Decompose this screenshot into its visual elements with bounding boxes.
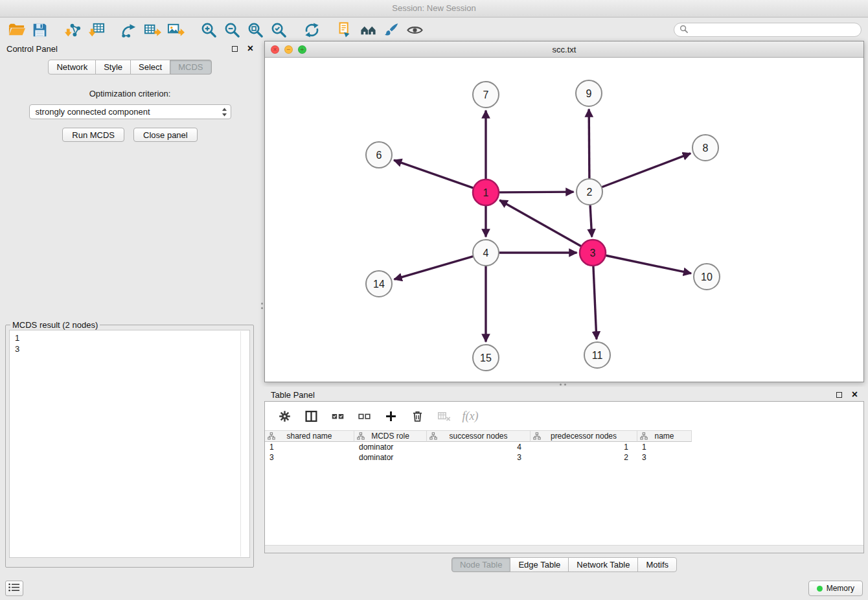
table-row[interactable]: 1dominator411 [265, 442, 863, 452]
style-brush-icon[interactable] [382, 20, 401, 40]
save-session-icon[interactable] [30, 20, 49, 40]
memory-button[interactable]: Memory [808, 581, 863, 596]
edge-2-9[interactable] [589, 109, 589, 178]
close-panel-button[interactable]: Close panel [133, 128, 198, 142]
node-7[interactable]: 7 [473, 82, 499, 108]
edge-1-2[interactable] [499, 192, 573, 192]
open-session-icon[interactable] [6, 20, 26, 40]
edge-4-14[interactable] [394, 257, 474, 279]
edge-3-1[interactable] [499, 200, 581, 246]
node-table-body: f(x) shared nameMCDS rolesuccessor nodes… [264, 401, 864, 553]
deselect-all-rows-icon[interactable] [356, 408, 372, 424]
zoom-out-icon[interactable] [222, 20, 242, 40]
tab-edge-table[interactable]: Edge Table [510, 557, 569, 572]
table-tab-bar: Node TableEdge TableNetwork TableMotifs [264, 557, 864, 572]
memory-button-label: Memory [827, 584, 854, 593]
close-panel-icon[interactable]: × [247, 45, 253, 52]
table-toolbar: f(x) [265, 402, 863, 430]
node-9[interactable]: 9 [576, 80, 602, 106]
vertical-splitter[interactable] [260, 41, 264, 577]
delete-column-icon[interactable] [409, 408, 425, 424]
svg-text:15: 15 [480, 352, 492, 363]
show-columns-icon[interactable] [303, 408, 319, 424]
paste-style-icon[interactable] [335, 20, 354, 40]
import-network-icon[interactable] [63, 20, 82, 40]
table-row[interactable]: 3dominator323 [265, 452, 863, 463]
memory-status-dot [817, 586, 823, 592]
node-8[interactable]: 8 [692, 135, 718, 161]
horizontal-splitter[interactable] [264, 382, 864, 387]
tab-network[interactable]: Network [48, 60, 96, 75]
node-6[interactable]: 6 [366, 142, 392, 168]
network-analyzer-icon[interactable] [358, 20, 378, 40]
node-15[interactable]: 15 [473, 345, 499, 371]
node-11[interactable]: 11 [584, 342, 610, 368]
column-tree-icon [357, 432, 365, 442]
node-2[interactable]: 2 [577, 179, 602, 205]
export-image-icon[interactable] [166, 20, 185, 40]
svg-text:4: 4 [483, 248, 489, 259]
table-cell: 1 [265, 443, 354, 452]
mcds-button-row: Run MCDS Close panel [0, 128, 260, 142]
minimize-window-icon[interactable]: − [284, 45, 293, 54]
node-4[interactable]: 4 [473, 240, 499, 266]
optimization-select[interactable]: strongly connected component [29, 104, 231, 119]
show-panel-list-button[interactable] [5, 581, 23, 596]
edge-3-11[interactable] [593, 266, 597, 339]
horizontal-scrollbar[interactable] [265, 545, 863, 553]
delete-table-icon [436, 408, 451, 424]
mcds-result-title: MCDS result (2 nodes) [10, 320, 100, 330]
zoom-window-icon[interactable]: + [298, 45, 306, 54]
optimization-select-value: strongly connected component [36, 107, 150, 117]
float-panel-icon[interactable] [836, 392, 842, 398]
close-window-icon[interactable]: × [271, 45, 279, 54]
search-box[interactable] [674, 23, 862, 37]
tab-select[interactable]: Select [130, 60, 170, 75]
zoom-selected-icon[interactable] [269, 20, 288, 40]
new-network-selection-icon[interactable] [119, 20, 139, 40]
svg-text:11: 11 [592, 350, 603, 361]
edge-3-10[interactable] [606, 255, 691, 273]
table-rows: 1dominator4113dominator323 [265, 442, 863, 463]
edge-1-6[interactable] [394, 160, 474, 188]
tab-network-table[interactable]: Network Table [568, 557, 638, 572]
export-table-icon[interactable] [143, 20, 162, 40]
result-line: 3 [15, 343, 244, 354]
refresh-layout-icon[interactable] [302, 20, 321, 40]
edge-2-3[interactable] [590, 205, 592, 237]
zoom-fit-icon[interactable] [246, 20, 265, 40]
close-panel-icon[interactable]: × [852, 391, 858, 398]
settings-gear-icon[interactable] [277, 408, 292, 424]
tab-style[interactable]: Style [95, 60, 131, 75]
run-mcds-button[interactable]: Run MCDS [62, 128, 124, 142]
tab-node-table[interactable]: Node Table [451, 557, 511, 572]
add-column-icon[interactable] [383, 408, 398, 424]
column-header-mcds-role[interactable]: MCDS role [354, 430, 427, 442]
float-panel-icon[interactable] [232, 46, 238, 52]
window-controls: ×−+ [271, 41, 306, 57]
node-3[interactable]: 3 [580, 240, 606, 266]
network-window-title: scc.txt [553, 45, 577, 54]
edge-2-8[interactable] [602, 154, 691, 187]
select-all-rows-icon[interactable] [330, 408, 345, 424]
column-header-predecessor-nodes[interactable]: predecessor nodes [531, 430, 637, 442]
column-tree-icon [268, 432, 275, 442]
import-table-icon[interactable] [86, 20, 106, 40]
table-header-row: shared nameMCDS rolesuccessor nodesprede… [265, 430, 863, 442]
scrollbar-track[interactable] [240, 331, 241, 557]
zoom-in-icon[interactable] [199, 20, 218, 40]
node-1[interactable]: 1 [473, 179, 499, 205]
show-hide-icon[interactable] [405, 20, 424, 40]
column-header-successor-nodes[interactable]: successor nodes [427, 430, 531, 442]
node-14[interactable]: 14 [366, 271, 392, 297]
column-header-name[interactable]: name [637, 430, 692, 442]
column-header-shared-name[interactable]: shared name [265, 430, 354, 442]
optimization-label: Optimization criterion: [0, 89, 260, 98]
svg-text:9: 9 [586, 88, 592, 99]
mcds-result-list[interactable]: 13 [9, 330, 250, 558]
tab-motifs[interactable]: Motifs [637, 557, 677, 572]
tab-mcds[interactable]: MCDS [170, 60, 211, 75]
node-10[interactable]: 10 [694, 264, 720, 290]
network-canvas[interactable]: 7968124314101511 [265, 58, 863, 382]
search-input[interactable] [691, 25, 856, 34]
